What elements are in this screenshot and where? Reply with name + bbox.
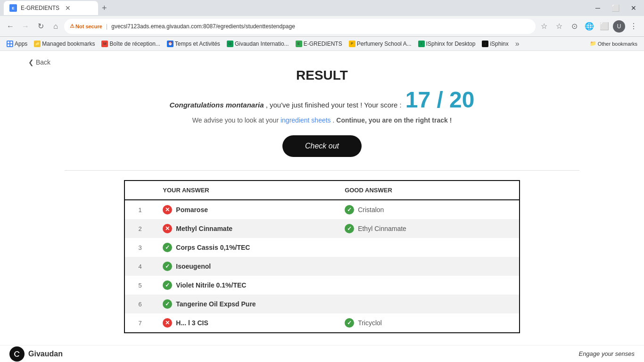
- bookmark-star-button[interactable]: ☆: [537, 20, 551, 33]
- svg-rect-2: [8, 44, 9, 46]
- score-display: 17 / 20: [405, 87, 475, 113]
- other-bookmarks[interactable]: 📁 Other bookmarks: [587, 40, 640, 48]
- row-number: 2: [125, 219, 155, 238]
- isphinx-icon: i: [482, 41, 488, 47]
- bookmark-isphinx[interactable]: i iSphinx: [479, 40, 511, 48]
- correct-icon: ✓: [163, 280, 172, 290]
- advise-bold: Continue, you are on the right track !: [336, 116, 452, 124]
- col-good-answer: GOOD ANSWER: [337, 181, 519, 200]
- your-answer-cell: ✓Corps Cassis 0,1%/TEC: [155, 238, 337, 257]
- givaudan-icon: [9, 346, 25, 362]
- new-tab-button[interactable]: +: [98, 3, 111, 13]
- row-number: 5: [125, 276, 155, 295]
- table-row: 5✓Violet Nitrile 0.1%/TEC: [125, 276, 519, 295]
- table-row: 4✓Isoeugenol: [125, 257, 519, 276]
- tab-favicon: E: [9, 4, 17, 12]
- apps-icon: [7, 41, 13, 47]
- back-link[interactable]: ❮ Back: [28, 58, 50, 66]
- footer-tagline: Engage your senses: [578, 350, 635, 357]
- svg-rect-1: [10, 41, 12, 43]
- congrats-prefix: Congratulations montanaria , you've just…: [169, 101, 401, 109]
- correct-icon: ✓: [163, 262, 172, 271]
- good-answer-cell: [337, 238, 519, 257]
- good-answer-cell: ✓Cristalon: [337, 200, 519, 219]
- givaudan-intl-icon: G: [227, 41, 233, 47]
- back-button[interactable]: ←: [4, 20, 17, 33]
- bookmark-apps[interactable]: Apps: [4, 40, 30, 48]
- extension-button[interactable]: ⬜: [598, 20, 611, 33]
- security-warning: ⚠ Not secure: [70, 23, 102, 29]
- your-answer-text: Methyl Cinnamate: [176, 225, 232, 232]
- bookmark-temps[interactable]: ⏰ Temps et Activités: [164, 40, 223, 48]
- bookmark-isphinx-desktop[interactable]: i ISphinx for Desktop: [415, 40, 479, 48]
- givaudan-logo: Givaudan: [9, 346, 63, 362]
- table-row: 2✕Methyl Cinnamate✓Ethyl Cinnamate: [125, 219, 519, 238]
- advise-text: We advise you to look at your ingredient…: [192, 116, 452, 124]
- maximize-button[interactable]: ⬜: [608, 2, 623, 14]
- back-label: Back: [36, 58, 50, 66]
- bookmark-collection-button[interactable]: ☆: [553, 20, 566, 33]
- bookmarks-bar: Apps 📁 Managed bookmarks M Boîte de réce…: [0, 37, 644, 51]
- table-row: 6✓Tangerine Oil Expsd Pure: [125, 295, 519, 313]
- your-answer-text: Pomarose: [176, 206, 208, 214]
- window-controls: ─ ⬜ ✕: [592, 2, 640, 14]
- tab-close-button[interactable]: ✕: [65, 4, 71, 12]
- user-avatar[interactable]: U: [613, 20, 625, 33]
- perfumery-icon: P: [349, 41, 355, 47]
- wrong-icon: ✕: [163, 224, 172, 233]
- table-row: 7✕H... l 3 CIS✓Tricyclol: [125, 313, 519, 332]
- bookmark-perfumery[interactable]: P Perfumery School A...: [346, 40, 414, 48]
- reload-button[interactable]: ↻: [34, 20, 47, 33]
- bookmark-egredients[interactable]: E E-GREDIENTS: [293, 40, 345, 48]
- congrats-line: Congratulations montanaria , you've just…: [169, 87, 474, 113]
- bookmark-managed[interactable]: 📁 Managed bookmarks: [31, 40, 98, 48]
- reader-mode-button[interactable]: ⊙: [568, 20, 581, 33]
- bookmark-gmail[interactable]: M Boîte de réception...: [99, 40, 163, 48]
- table-body: 1✕Pomarose✓Cristalon2✕Methyl Cinnamate✓E…: [125, 200, 519, 332]
- translate-button[interactable]: 🌐: [583, 20, 596, 33]
- gmail-icon: M: [101, 41, 108, 47]
- home-button[interactable]: ⌂: [49, 20, 62, 33]
- your-answer-text: Corps Cassis 0,1%/TEC: [176, 244, 250, 251]
- good-answer-check-icon: ✓: [345, 318, 354, 328]
- good-answer-cell: [337, 257, 519, 276]
- givaudan-brand: Givaudan: [28, 350, 63, 358]
- your-answer-cell: ✕H... l 3 CIS: [155, 313, 337, 332]
- table-row: 3✓Corps Cassis 0,1%/TEC: [125, 238, 519, 257]
- table-row: 1✕Pomarose✓Cristalon: [125, 200, 519, 219]
- bookmark-givaudan-intl[interactable]: G Givaudan Internatio...: [224, 40, 292, 48]
- your-answer-text: Violet Nitrile 0.1%/TEC: [176, 281, 246, 289]
- good-answer-cell: ✓Tricyclol: [337, 313, 519, 332]
- bookmarks-more-button[interactable]: »: [513, 39, 521, 49]
- menu-button[interactable]: ⋮: [627, 20, 640, 33]
- checkout-button[interactable]: Check out: [282, 135, 362, 157]
- good-answer-check-icon: ✓: [345, 205, 354, 214]
- url-text: gvecsl7123ads.emea.givaudan.com:8087/egr…: [111, 23, 295, 30]
- your-answer-cell: ✕Pomarose: [155, 200, 337, 219]
- back-chevron-icon: ❮: [28, 58, 34, 66]
- your-answer-text: Tangerine Oil Expsd Pure: [176, 300, 256, 308]
- footer: Givaudan Engage your senses: [0, 345, 644, 362]
- minimize-button[interactable]: ─: [592, 2, 604, 14]
- your-answer-cell: ✓Isoeugenol: [155, 257, 337, 276]
- results-table: YOUR ANSWER GOOD ANSWER 1✕Pomarose✓Crist…: [125, 181, 519, 332]
- clock-icon: ⏰: [167, 41, 173, 47]
- nav-right: ☆ ☆ ⊙ 🌐 ⬜ U ⋮: [537, 20, 640, 33]
- other-folder-icon: 📁: [590, 41, 596, 47]
- row-number: 4: [125, 257, 155, 276]
- title-bar: E E-GREDIENTS ✕ + ─ ⬜ ✕: [0, 0, 644, 16]
- row-number: 3: [125, 238, 155, 257]
- your-answer-cell: ✕Methyl Cinnamate: [155, 219, 337, 238]
- page-content: ❮ Back RESULT Congratulations montanaria…: [0, 51, 644, 345]
- forward-button[interactable]: →: [19, 20, 32, 33]
- url-bar[interactable]: ⚠ Not secure | gvecsl7123ads.emea.givaud…: [64, 19, 536, 34]
- good-answer-text: Ethyl Cinnamate: [358, 225, 406, 232]
- col-num: [125, 181, 155, 200]
- correct-icon: ✓: [163, 299, 172, 309]
- good-answer-check-icon: ✓: [345, 224, 354, 233]
- active-tab[interactable]: E E-GREDIENTS ✕: [4, 1, 98, 15]
- svg-rect-0: [8, 41, 9, 43]
- isphinx-desktop-icon: i: [418, 41, 425, 47]
- close-button[interactable]: ✕: [627, 2, 640, 14]
- folder-icon: 📁: [34, 41, 41, 47]
